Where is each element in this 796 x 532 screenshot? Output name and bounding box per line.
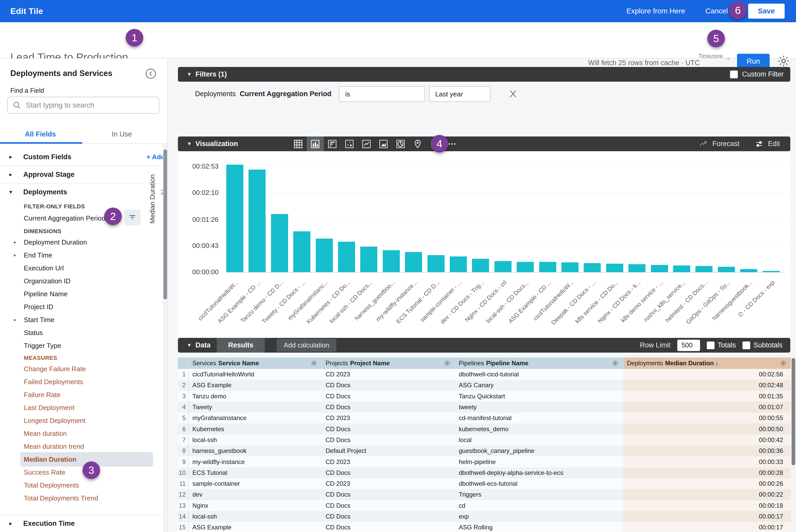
chart-bar[interactable] bbox=[740, 269, 757, 272]
subtotals-checkbox[interactable] bbox=[742, 341, 750, 349]
sidebar-field-mean-duration-trend[interactable]: Mean duration trend bbox=[0, 440, 163, 453]
area-chart-icon[interactable] bbox=[375, 136, 392, 151]
field-label[interactable]: Start Time bbox=[24, 316, 54, 324]
chart-bar[interactable] bbox=[584, 263, 601, 272]
field-label[interactable]: Status bbox=[24, 329, 43, 337]
add-custom-field-link[interactable]: + Add bbox=[146, 153, 165, 161]
field-label[interactable]: Success Rate bbox=[24, 469, 65, 476]
sidebar-field-last-deployment[interactable]: Last Deployment bbox=[0, 401, 163, 414]
chart-bar[interactable] bbox=[293, 231, 310, 272]
chart-bar[interactable] bbox=[383, 250, 400, 272]
edit-viz-button[interactable]: Edit bbox=[755, 139, 780, 148]
chart-bar[interactable] bbox=[427, 255, 445, 272]
field-label[interactable]: Deployment Duration bbox=[24, 238, 87, 246]
chart-bar[interactable] bbox=[316, 239, 333, 272]
sidebar-field-change-failure-rate[interactable]: Change Failure Rate bbox=[0, 362, 163, 375]
field-label[interactable]: Organization ID bbox=[24, 277, 71, 285]
chart-bar[interactable] bbox=[405, 252, 422, 272]
table-row[interactable]: 7local-sshCD Docslocal00:00:42 bbox=[178, 435, 791, 445]
chart-bar[interactable] bbox=[226, 165, 243, 272]
chart-bar[interactable] bbox=[539, 262, 556, 272]
filter-value-input[interactable]: Last year bbox=[429, 86, 490, 102]
sidebar-field-median-duration[interactable]: Median Duration bbox=[0, 453, 163, 466]
line-chart-icon[interactable] bbox=[358, 136, 375, 151]
sidebar-field-total-deployments-trend[interactable]: Total Deployments Trend bbox=[0, 492, 163, 505]
table-row[interactable]: 5myGrafanaInstanceCD 2023cd-manifest-tut… bbox=[178, 413, 791, 423]
data-section-header[interactable]: ▼ Data Results Add calculation Row Limit… bbox=[178, 338, 790, 353]
column-header-project-name[interactable]: ProjectsProject Name bbox=[322, 358, 455, 369]
save-button[interactable]: Save bbox=[748, 4, 784, 19]
pie-chart-icon[interactable] bbox=[392, 136, 409, 151]
timezone-dropdown[interactable]: Timezone bbox=[698, 53, 723, 59]
sidebar-scrollbar-thumb[interactable] bbox=[163, 149, 167, 299]
run-button[interactable]: Run bbox=[737, 54, 770, 69]
field-search-box[interactable] bbox=[7, 97, 159, 114]
column-gear-icon[interactable] bbox=[443, 359, 451, 367]
table-row[interactable]: 10ECS TutorialCD Docsdbothwell-deploy-al… bbox=[178, 468, 791, 478]
sidebar-field-trigger-type[interactable]: Trigger Type bbox=[0, 339, 163, 352]
field-group-custom-fields[interactable]: ▸Custom Fields+ Add bbox=[0, 148, 163, 166]
caret-right-icon[interactable]: ▸ bbox=[14, 252, 16, 258]
section-collapse-caret-icon[interactable]: ▼ bbox=[187, 342, 192, 348]
sidebar-field-deployment-duration[interactable]: ▸Deployment Duration bbox=[0, 236, 163, 249]
explore-from-here-link[interactable]: Explore from Here bbox=[626, 7, 685, 15]
scatter-icon[interactable] bbox=[341, 136, 358, 151]
forecast-button[interactable]: Forecast bbox=[699, 139, 739, 148]
sidebar-field-status[interactable]: Status bbox=[0, 326, 163, 339]
field-label[interactable]: Longest Deployment bbox=[24, 417, 85, 425]
chart-bar[interactable] bbox=[248, 170, 265, 272]
sidebar-field-longest-deployment[interactable]: Longest Deployment bbox=[0, 414, 163, 427]
caret-right-icon[interactable]: ▸ bbox=[9, 520, 16, 527]
field-label[interactable]: Last Deployment bbox=[24, 404, 74, 412]
sidebar-field-start-time[interactable]: ▸Start Time bbox=[0, 313, 163, 326]
chart-bar[interactable] bbox=[763, 271, 780, 272]
bar-chart-icon[interactable] bbox=[324, 136, 341, 151]
chart-bar[interactable] bbox=[338, 242, 355, 272]
chart-bar[interactable] bbox=[472, 259, 489, 272]
table-scrollbar-thumb[interactable] bbox=[792, 358, 795, 465]
custom-filter-checkbox[interactable] bbox=[730, 71, 738, 78]
row-limit-input[interactable] bbox=[677, 340, 700, 351]
table-row[interactable]: 13NginxCD Docscd00:00:18 bbox=[178, 500, 791, 511]
visualization-section-header[interactable]: ▼ Visualization 6 Forecast Edit bbox=[178, 136, 790, 151]
sidebar-field-current-aggregation-period[interactable]: Current Aggregation Period bbox=[0, 211, 163, 225]
table-row[interactable]: 14local-sshCD Docsexp00:00:17 bbox=[178, 511, 791, 522]
field-label[interactable]: Pipeline Name bbox=[24, 290, 68, 298]
field-label[interactable]: Mean duration trend bbox=[24, 442, 84, 451]
add-calculation-button[interactable]: Add calculation bbox=[277, 339, 336, 352]
chart-bar[interactable] bbox=[271, 214, 288, 272]
sidebar-field-end-time[interactable]: ▸End Time bbox=[0, 249, 163, 262]
field-label[interactable]: Current Aggregation Period bbox=[24, 214, 105, 222]
caret-down-icon[interactable]: ▾ bbox=[9, 189, 16, 195]
totals-checkbox[interactable] bbox=[707, 341, 715, 349]
cancel-link[interactable]: Cancel bbox=[705, 7, 728, 15]
sidebar-field-failure-rate[interactable]: Failure Rate bbox=[0, 388, 163, 401]
filter-by-field-button[interactable] bbox=[124, 209, 141, 225]
chart-bar[interactable] bbox=[673, 265, 690, 272]
field-label[interactable]: Change Failure Rate bbox=[24, 365, 86, 373]
table-row[interactable]: 9my-wildfly-instanceCD 2023helm-pipeline… bbox=[178, 456, 791, 467]
gear-icon[interactable] bbox=[777, 54, 790, 68]
chart-bar[interactable] bbox=[360, 247, 377, 272]
map-pin-icon[interactable] bbox=[409, 136, 426, 151]
tab-in-use[interactable]: In Use bbox=[112, 130, 132, 138]
section-collapse-caret-icon[interactable]: ▼ bbox=[187, 141, 192, 147]
filters-section-header[interactable]: ▼ Filters (1) Custom Filter bbox=[178, 67, 790, 82]
field-label[interactable]: Mean duration bbox=[24, 430, 67, 438]
table-row[interactable]: 3Tanzu demoCD DocsTanzu Quickstart00:01:… bbox=[178, 391, 791, 402]
sidebar-field-total-deployments[interactable]: Total Deployments bbox=[0, 479, 163, 492]
column-header-median-duration[interactable]: DeploymentsMedian Duration↓ bbox=[623, 358, 791, 369]
chart-bar[interactable] bbox=[696, 266, 712, 272]
chart-bar[interactable] bbox=[606, 264, 623, 272]
field-label[interactable]: Project ID bbox=[24, 303, 53, 311]
table-icon[interactable] bbox=[290, 136, 307, 151]
chart-bar[interactable] bbox=[718, 267, 735, 272]
filter-operator-select[interactable]: is bbox=[339, 86, 425, 102]
sidebar-field-execution-url[interactable]: Execution Url bbox=[0, 262, 163, 274]
chart-bar[interactable] bbox=[517, 262, 534, 272]
sidebar-field-pipeline-name[interactable]: Pipeline Name bbox=[0, 287, 163, 300]
chart-bar[interactable] bbox=[495, 261, 512, 272]
table-row[interactable]: 15ASG ExampleCD DocsASG Rolling00:00:17 bbox=[178, 522, 791, 532]
column-header-pipeline-name[interactable]: PipelinesPipeline Name bbox=[455, 358, 623, 369]
sidebar-field-project-id[interactable]: Project ID bbox=[0, 300, 163, 313]
